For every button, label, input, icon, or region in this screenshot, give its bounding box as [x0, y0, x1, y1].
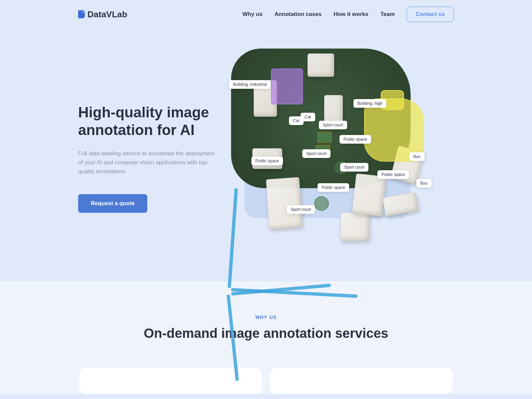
- annotation-label: Sport court: [340, 163, 368, 172]
- annotation-label: Public space: [339, 135, 371, 144]
- main-nav: Why us Annotation cases How it works Tea…: [242, 7, 454, 22]
- section-heading: On-demand image annotation services: [0, 326, 532, 341]
- building: [352, 174, 386, 216]
- hero-image: Building, industrialBuilding, highCarCar…: [231, 49, 454, 241]
- annotation-label: Public space: [318, 183, 349, 192]
- hero-subtitle: Full data labeling service to accelerate…: [78, 149, 218, 176]
- sport-court: [317, 132, 332, 143]
- nav-why-us[interactable]: Why us: [242, 11, 262, 18]
- why-us-section: WHY US On-demand image annotation servic…: [0, 281, 532, 394]
- feature-cards: [78, 367, 454, 394]
- aerial-illustration: Building, industrialBuilding, highCarCar…: [231, 49, 457, 241]
- building: [383, 192, 419, 216]
- hero-text-block: High-quality image annotation for AI Ful…: [78, 77, 218, 213]
- hero-title: High-quality image annotation for AI: [78, 104, 218, 139]
- annotation-label: Bus: [409, 152, 425, 161]
- building: [341, 213, 369, 241]
- annotation-label: Public space: [251, 157, 283, 165]
- building: [266, 177, 303, 229]
- annotation-label: Building, industrial: [229, 80, 271, 89]
- logo-icon: [78, 10, 85, 18]
- site-header: DataVLab Why us Annotation cases How it …: [78, 0, 454, 29]
- contact-button[interactable]: Contact us: [407, 7, 454, 22]
- road: [228, 188, 238, 288]
- annotation-label: Sport court: [319, 121, 347, 129]
- brand-logo[interactable]: DataVLab: [78, 9, 127, 20]
- brand-name: DataVLab: [87, 9, 127, 20]
- annotation-label: Sport court: [302, 149, 331, 158]
- request-quote-button[interactable]: Request a quote: [78, 194, 147, 213]
- nav-annotation-cases[interactable]: Annotation cases: [274, 11, 322, 18]
- building: [308, 54, 334, 77]
- section-eyebrow: WHY US: [0, 315, 532, 320]
- sport-circle: [314, 196, 329, 211]
- annotation-label: Public space: [377, 170, 409, 179]
- annotation-label: Sport court: [287, 205, 315, 214]
- annotation-label: Building, high: [353, 99, 386, 108]
- hero-section: High-quality image annotation for AI Ful…: [78, 29, 454, 281]
- nav-team[interactable]: Team: [380, 11, 395, 18]
- annotation-label: Car: [289, 116, 304, 125]
- highlight-building-industrial: [271, 68, 303, 104]
- nav-how-it-works[interactable]: How it works: [333, 11, 368, 18]
- annotation-label: Bus: [416, 179, 432, 188]
- feature-card: [270, 367, 453, 394]
